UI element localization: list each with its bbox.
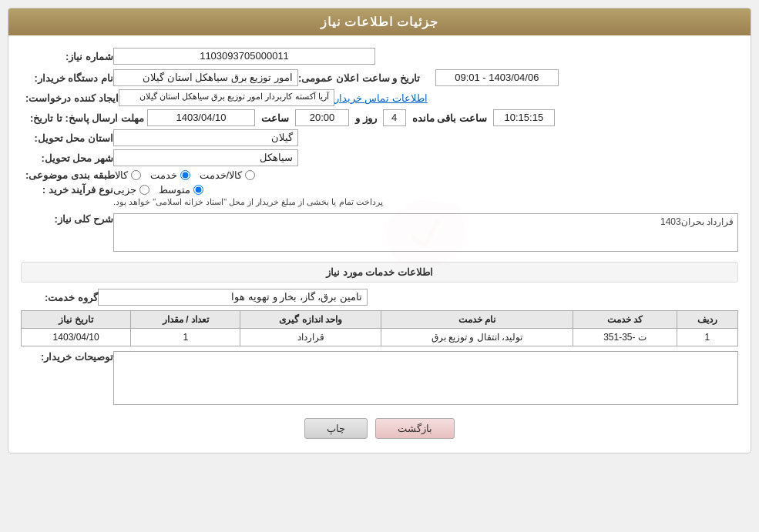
- farayand-note: پرداخت تمام یا بخشی از مبلغ خریدار از مح…: [113, 197, 383, 207]
- tabaghe-label: طبقه بندی موضوعی:: [21, 169, 115, 181]
- tabaghe-kala-khadamat-label: کالا/خدمت: [200, 169, 243, 181]
- noe-farayand-radio-group: جزیی متوسط: [113, 184, 203, 196]
- tabaghe-kala[interactable]: کالا: [115, 169, 141, 181]
- shomare-niaz-value: 1103093705000011: [113, 48, 375, 65]
- tabaghe-kala-khadamat[interactable]: کالا/خدمت: [200, 169, 256, 181]
- col-tarikh: تاریخ نیاز: [22, 311, 131, 329]
- tabaghe-radio-group: کالا خدمت کالا/خدمت: [115, 169, 256, 181]
- nam-dastgah-label: نام دستگاه خریدار:: [21, 72, 113, 84]
- page-title: جزئیات اطلاعات نیاز: [8, 8, 751, 35]
- tabaghe-khadamat[interactable]: خدمت: [150, 169, 190, 181]
- cell-radif: 1: [677, 329, 737, 346]
- col-radif: ردیف: [677, 311, 737, 329]
- table-row: 1 ت -35-351 تولید، انتقال و توزیع برق قر…: [22, 329, 738, 346]
- cell-naam: تولید، انتقال و توزیع برق: [381, 329, 573, 346]
- cell-kod: ت -35-351: [573, 329, 677, 346]
- mohlat-roz: 4: [383, 109, 406, 126]
- mohlat-mande: 10:15:15: [493, 109, 555, 126]
- cell-tedad: 1: [131, 329, 240, 346]
- back-button[interactable]: بازگشت: [375, 418, 455, 439]
- nam-dastgah-value: امور توزیع برق سیاهکل استان گیلان: [113, 69, 298, 86]
- ettelaat-tamas-link[interactable]: اطلاعات تماس خریدار: [334, 92, 428, 104]
- mohlat-saat-label: ساعت: [258, 112, 292, 124]
- noe-farayand-label: نوع فرآیند خرید :: [21, 184, 113, 196]
- ejad-konande-value: آریا آکسته کاربردار امور توزیع برق سیاهک…: [119, 89, 334, 106]
- sharh-label: شرح کلی نیاز:: [21, 213, 113, 225]
- services-table: ردیف کد خدمت نام خدمت واحد اندازه گیری ت…: [21, 310, 738, 346]
- tarikh-alan-value: 1403/04/06 - 09:01: [435, 69, 559, 86]
- print-button[interactable]: چاپ: [304, 418, 368, 439]
- col-naam: نام خدمت: [381, 311, 573, 329]
- mohlat-date: 1403/04/10: [147, 109, 255, 126]
- mohlat-label: مهلت ارسال پاسخ: تا تاریخ:: [21, 112, 144, 124]
- cell-vahed: قرارداد: [240, 329, 381, 346]
- tabaghe-kala-radio[interactable]: [131, 170, 141, 180]
- tabaghe-khadamat-radio[interactable]: [180, 170, 190, 180]
- col-tedad: تعداد / مقدار: [131, 311, 240, 329]
- farayand-motevaset-radio[interactable]: [193, 185, 203, 195]
- tarikh-alan-label: تاریخ و ساعت اعلان عمومی:: [298, 72, 420, 84]
- tabaghe-kala-khadamat-radio[interactable]: [245, 170, 255, 180]
- farayand-jozi-radio[interactable]: [139, 185, 149, 195]
- shomare-niaz-label: شماره نیاز:: [21, 51, 113, 62]
- ostan-value: گیلان: [113, 129, 298, 146]
- col-kod: کد خدمت: [573, 311, 677, 329]
- farayand-jozi[interactable]: جزیی: [113, 184, 149, 196]
- toseih-label: توصیحات خریدار:: [21, 351, 113, 363]
- mohlat-roz-label: روز و: [352, 112, 380, 124]
- mohlat-saat: 20:00: [295, 109, 349, 126]
- cell-tarikh: 1403/04/10: [22, 329, 131, 346]
- group-khadamat-value: تامین برق، گاز، بخار و تهویه هوا: [98, 289, 368, 306]
- shahr-value: سیاهکل: [113, 149, 298, 166]
- farayand-motevaset[interactable]: متوسط: [159, 184, 203, 196]
- group-khadamat-label: گروه خدمت:: [21, 292, 98, 303]
- button-row: بازگشت چاپ: [21, 418, 738, 439]
- col-vahed: واحد اندازه گیری: [240, 311, 381, 329]
- farayand-jozi-label: جزیی: [113, 184, 136, 196]
- toseih-textarea[interactable]: [113, 351, 738, 405]
- tabaghe-khadamat-label: خدمت: [150, 169, 177, 181]
- shahr-label: شهر محل تحویل:: [21, 152, 113, 164]
- farayand-motevaset-label: متوسط: [159, 184, 190, 196]
- ejad-konande-label: ایجاد کننده درخواست:: [21, 92, 119, 104]
- sharh-textarea[interactable]: [113, 213, 738, 252]
- khadamat-section-title: اطلاعات خدمات مورد نیاز: [21, 262, 738, 283]
- ostan-label: استان محل تحویل:: [21, 132, 113, 144]
- tabaghe-kala-label: کالا: [115, 169, 128, 181]
- mohlat-mande-label: ساعت باقی مانده: [409, 112, 490, 124]
- sharh-value: قرارداد بحران1403: [660, 216, 734, 227]
